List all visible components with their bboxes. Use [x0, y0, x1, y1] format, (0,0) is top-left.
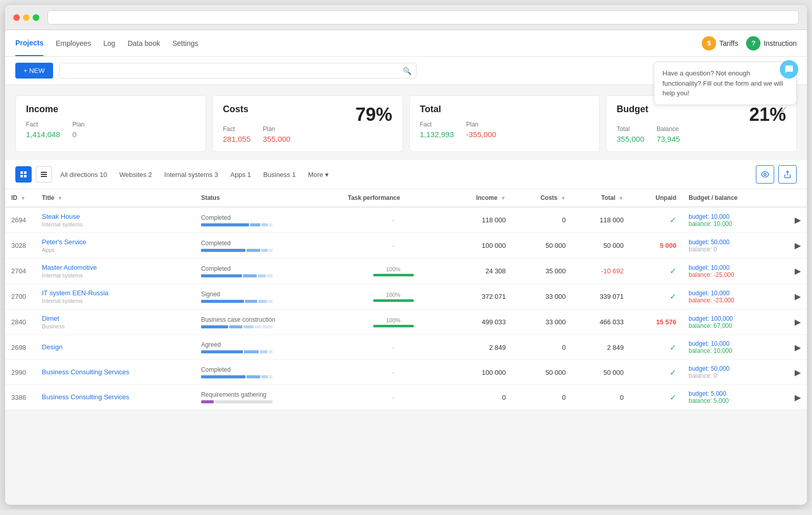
cell-costs: 33 000	[512, 284, 572, 310]
chat-button[interactable]	[780, 60, 798, 79]
cell-id: 2704	[5, 259, 36, 284]
status-text: Signed	[201, 291, 336, 298]
cell-title: Dimet Business	[36, 310, 195, 335]
income-card: Income Fact 1,414,048 Plan 0	[15, 95, 206, 152]
close-button[interactable]	[13, 14, 20, 21]
project-name-link[interactable]: IT system EEN-Russia	[42, 289, 189, 297]
cell-id: 2700	[5, 284, 36, 310]
share-button[interactable]	[778, 165, 797, 184]
filter-all[interactable]: All directions 10	[56, 169, 111, 181]
cell-budget: budget: 10,000 balance: -25,000	[682, 259, 789, 284]
budget-title: Budget	[617, 104, 648, 115]
cell-income: 499 033	[445, 310, 512, 335]
cell-total: 339 071	[572, 284, 630, 310]
balance-value: balance: -25,000	[688, 271, 782, 278]
more-filters-button[interactable]: More ▾	[304, 169, 333, 181]
project-name-link[interactable]: Design	[42, 343, 189, 351]
status-text: Completed	[201, 366, 336, 373]
tag-icon[interactable]: ▶	[795, 368, 801, 377]
cell-status: Completed	[195, 233, 342, 259]
costs-plan-col: Plan 355,000	[263, 125, 290, 143]
tag-icon[interactable]: ▶	[795, 292, 801, 301]
view-grid-button[interactable]	[15, 166, 32, 183]
search-input[interactable]	[59, 63, 416, 79]
table-row: 3028 Peter's Service Apps Completed - 10…	[5, 233, 807, 259]
nav-settings[interactable]: Settings	[173, 31, 199, 56]
url-bar[interactable]	[47, 10, 799, 24]
nav-databook[interactable]: Data book	[128, 31, 160, 56]
budget-balance-col: Balance 73,945	[656, 125, 680, 143]
filter-internal[interactable]: Internal systems 3	[160, 169, 223, 181]
tag-icon[interactable]: ▶	[795, 216, 801, 224]
filter-apps[interactable]: Apps 1	[226, 169, 255, 181]
cell-income: 372 071	[445, 284, 512, 310]
instruction-button[interactable]: ? Instruction	[746, 36, 797, 50]
budget-value: budget: 50,000	[688, 239, 782, 246]
cell-unpaid: ✓	[630, 207, 682, 233]
svg-rect-0	[20, 171, 23, 174]
col-actions	[789, 189, 807, 207]
eye-button[interactable]	[756, 165, 774, 184]
budget-total-label: Total	[617, 125, 644, 133]
filter-right	[756, 165, 797, 184]
cell-budget: budget: 10,000 balance: -23,000	[682, 284, 789, 310]
filter-websites[interactable]: Websites 2	[115, 169, 156, 181]
cell-budget: budget: 50,000 balance: 0	[682, 360, 789, 385]
cell-costs: 33 000	[512, 310, 572, 335]
cell-costs: 50 000	[512, 360, 572, 385]
status-text: Completed	[201, 265, 336, 272]
cell-budget: budget: 50,000 balance: 0	[682, 233, 789, 259]
project-name-link[interactable]: Peter's Service	[42, 238, 189, 246]
col-id[interactable]: ID ▼	[5, 189, 36, 207]
tariffs-label: Tariffs	[719, 39, 738, 47]
total-fact-label: Fact	[420, 121, 454, 128]
table-row: 2694 Steak House Internal systems Comple…	[5, 207, 807, 233]
cell-actions: ▶	[789, 233, 807, 259]
col-unpaid: Unpaid	[630, 189, 682, 207]
cell-task-perf: -	[341, 360, 445, 385]
cell-status: Requirements gathering	[195, 385, 342, 410]
new-button[interactable]: + NEW	[15, 63, 53, 79]
project-name-link[interactable]: Master Automotive	[42, 264, 189, 271]
project-name-link[interactable]: Dimet	[42, 315, 189, 322]
tag-icon[interactable]: ▶	[795, 343, 801, 352]
project-name-link[interactable]: Business Consulting Services	[42, 368, 189, 376]
project-name-link[interactable]: Steak House	[42, 213, 189, 220]
svg-rect-6	[41, 176, 47, 177]
status-text: Completed	[201, 214, 336, 221]
cell-actions: ▶	[789, 284, 807, 310]
tag-icon[interactable]: ▶	[795, 318, 801, 326]
nav-projects[interactable]: Projects	[15, 31, 43, 56]
tag-icon[interactable]: ▶	[795, 393, 801, 402]
costs-card: Costs 79% Fact 281,055 Plan 355,000	[212, 95, 403, 152]
svg-point-7	[764, 173, 766, 175]
col-income[interactable]: Income ▼	[445, 189, 512, 207]
budget-value: budget: 100,000	[688, 315, 782, 322]
nav-employees[interactable]: Employees	[56, 31, 91, 56]
filter-business[interactable]: Business 1	[259, 169, 300, 181]
project-sub: Internal systems	[42, 298, 189, 304]
budget-total-col: Total 355,000	[617, 125, 644, 143]
col-costs[interactable]: Costs ▼	[512, 189, 572, 207]
view-list-button[interactable]	[36, 166, 52, 183]
col-title[interactable]: Title ▼	[36, 189, 195, 207]
nav-log[interactable]: Log	[104, 31, 115, 56]
project-name-link[interactable]: Business Consulting Services	[42, 393, 189, 401]
svg-rect-2	[20, 175, 23, 177]
cell-status: Signed	[195, 284, 342, 310]
maximize-button[interactable]	[33, 14, 39, 21]
col-total[interactable]: Total ▼	[572, 189, 630, 207]
cell-total: 118 000	[572, 207, 630, 233]
tag-icon[interactable]: ▶	[795, 241, 801, 250]
cell-income: 118 000	[445, 207, 512, 233]
tag-icon[interactable]: ▶	[795, 267, 801, 275]
cell-costs: 35 000	[512, 259, 572, 284]
minimize-button[interactable]	[23, 14, 30, 21]
tariffs-button[interactable]: $ Tariffs	[702, 36, 738, 50]
cell-actions: ▶	[789, 310, 807, 335]
tariffs-icon: $	[702, 36, 716, 50]
cell-income: 100 000	[445, 360, 512, 385]
cell-unpaid: 5 000	[630, 233, 682, 259]
cell-task-perf: 100%	[341, 259, 445, 284]
cell-costs: 0	[512, 335, 572, 360]
